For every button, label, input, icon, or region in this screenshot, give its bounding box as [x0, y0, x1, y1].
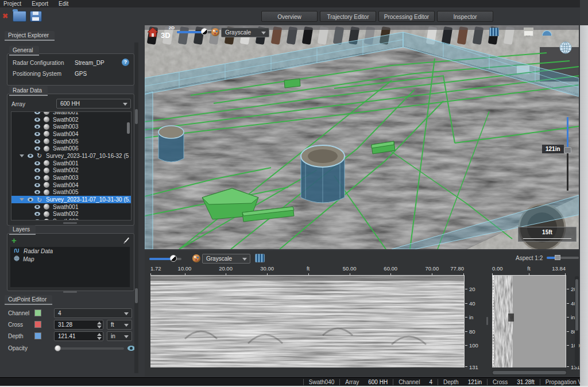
tree-item-label: Swath001 — [53, 160, 78, 167]
status-channel: Channel4 — [393, 379, 438, 385]
swath-item[interactable]: Swath004 — [11, 130, 131, 138]
cross-profile-x-axis: 0.00ft13.84 — [492, 265, 566, 273]
cross-spinbox[interactable]: 31.28 — [54, 320, 103, 330]
layer-item-radar-data[interactable]: Radar Data — [10, 247, 130, 255]
swath-item[interactable]: Swath001 — [11, 203, 131, 211]
swath-item[interactable]: Swath005 — [11, 138, 131, 145]
main-radargram[interactable] — [150, 275, 465, 367]
swath-item[interactable]: Swath002 — [11, 167, 131, 175]
tab-inspector[interactable]: Inspector — [437, 11, 493, 22]
layers-list[interactable]: Radar DataMap — [10, 247, 130, 287]
tree-item-label: Swath005 — [53, 189, 78, 195]
palette-icon[interactable] — [192, 254, 200, 262]
tree-item-label: Swath005 — [53, 138, 78, 145]
tab-overview[interactable]: Overview — [261, 11, 318, 22]
cross-radargram[interactable] — [492, 275, 566, 367]
tree-item-label: Survey_2023-11-07_10-31-30 (5... — [46, 196, 131, 203]
close-project-icon[interactable]: ✖ — [2, 12, 8, 20]
swath-item[interactable]: Swath003 — [11, 174, 131, 181]
layers-tab[interactable]: Layers — [9, 225, 36, 235]
save-project-icon[interactable] — [30, 11, 42, 22]
opacity-slider[interactable] — [54, 347, 124, 350]
main-profile-x-axis: 1.7210.0020.0030.00ft50.0060.0070.0077.8… — [150, 265, 464, 273]
infrastructure-icon[interactable] — [524, 28, 533, 36]
add-layer-button[interactable]: + — [11, 237, 17, 245]
visibility-eye-icon[interactable] — [34, 190, 40, 194]
swath-item[interactable]: Swath005 — [11, 189, 131, 196]
mode-2d-3d-toggle[interactable]: 2D 3D — [160, 26, 175, 40]
channel-select[interactable]: 4 — [54, 308, 132, 318]
visibility-eye-icon[interactable] — [34, 132, 40, 136]
cross-v-scrollbar[interactable] — [575, 276, 579, 367]
visibility-eye-icon[interactable] — [34, 176, 40, 180]
cutpoint-editor-tab[interactable]: CutPoint Editor — [5, 295, 52, 305]
cross-unit-select[interactable]: ft — [107, 320, 132, 330]
panel-splitter[interactable] — [486, 317, 488, 325]
visibility-eye-icon[interactable] — [34, 183, 40, 187]
profile-panel: Grayscale Aspect 1:2 1.7210.0020.0030.00… — [145, 251, 579, 377]
tree-scrollbar[interactable] — [127, 122, 130, 134]
fence-visibility-icon[interactable] — [489, 28, 499, 36]
visibility-eye-icon[interactable] — [28, 154, 33, 158]
project-explorer-title[interactable]: Project Explorer — [5, 31, 55, 41]
layer-item-map[interactable]: Map — [10, 255, 130, 263]
viewport-contrast-knob[interactable] — [201, 28, 208, 35]
left-panel-scrollbar[interactable] — [134, 42, 138, 373]
visibility-eye-icon[interactable] — [34, 219, 40, 220]
layer-style-brush-icon[interactable] — [122, 237, 130, 245]
visibility-eye-icon[interactable] — [34, 111, 40, 114]
expander-icon[interactable] — [20, 154, 24, 157]
tick-mark — [465, 366, 467, 367]
visibility-eye-icon[interactable] — [34, 146, 40, 150]
depth-spinbox[interactable]: 121.41 — [54, 331, 103, 341]
survey-item[interactable]: ↻Survey_2023-11-07_10-31-30 (5... — [11, 196, 131, 203]
general-tab[interactable]: General — [9, 46, 39, 56]
viewport-colormap-select[interactable]: Grayscale — [221, 28, 269, 37]
visibility-eye-icon[interactable] — [34, 140, 40, 144]
visibility-eye-icon[interactable] — [34, 118, 40, 122]
viewport-3d[interactable]: 2D 3D Grayscale 121in 15ft — [145, 25, 579, 249]
menu-export[interactable]: Export — [32, 1, 48, 7]
menu-project[interactable]: Project — [3, 1, 21, 7]
profile-colormap-select[interactable]: Grayscale — [202, 254, 250, 264]
status-cross: Cross31.28ft — [487, 379, 540, 385]
visibility-eye-icon[interactable] — [34, 212, 40, 216]
visibility-eye-icon[interactable] — [34, 161, 40, 165]
swath-tree[interactable]: Swath001Swath002Swath003Swath004Swath005… — [11, 111, 131, 220]
info-icon[interactable]: ? — [122, 59, 129, 66]
aspect-slider-knob[interactable] — [555, 255, 560, 260]
swath-item[interactable]: Swath006 — [11, 145, 131, 152]
swath-item[interactable]: Swath002 — [11, 211, 131, 218]
visibility-eye-icon[interactable] — [34, 205, 40, 209]
splitter-handle[interactable] — [63, 291, 77, 293]
home-view-icon[interactable] — [147, 27, 158, 37]
tab-processing-editor[interactable]: Processing Editor — [378, 11, 435, 22]
menu-edit[interactable]: Edit — [59, 1, 68, 7]
swath-item[interactable]: Swath003 — [11, 123, 131, 130]
palette-icon[interactable] — [211, 28, 219, 36]
opacity-slider-knob[interactable] — [55, 345, 61, 351]
open-project-icon[interactable] — [13, 11, 26, 22]
tab-trajectory-editor[interactable]: Trajectory Editor — [320, 11, 376, 22]
cross-h-scrollbar[interactable] — [492, 370, 567, 375]
swath-item[interactable]: Swath004 — [11, 181, 131, 189]
globe-navigation-icon[interactable] — [559, 41, 572, 55]
splitter-handle[interactable] — [63, 222, 77, 224]
expander-icon[interactable] — [20, 198, 24, 201]
swath-item[interactable]: Swath001 — [11, 111, 131, 116]
visibility-eye-icon[interactable] — [34, 168, 40, 172]
swath-item[interactable]: Swath003 — [11, 218, 131, 220]
curtain-view-icon[interactable] — [255, 254, 265, 262]
visibility-eye-icon[interactable] — [28, 198, 33, 202]
array-select[interactable]: 600 HH — [56, 99, 131, 109]
dome-visibility-icon[interactable] — [542, 28, 552, 36]
survey-item[interactable]: ↻Survey_2023-11-07_10-16-32 (5 ... — [11, 152, 131, 160]
swath-item[interactable]: Swath001 — [11, 160, 131, 167]
swath-item[interactable]: Swath002 — [11, 116, 131, 123]
radar-data-tab[interactable]: Radar Data — [9, 86, 48, 96]
visibility-eye-icon[interactable] — [34, 125, 40, 129]
profile-contrast-knob[interactable] — [170, 255, 177, 262]
depth-cut-slider[interactable] — [564, 117, 571, 192]
depth-unit-select[interactable]: in — [107, 331, 132, 341]
depth-cut-slider-handle[interactable] — [564, 147, 571, 153]
